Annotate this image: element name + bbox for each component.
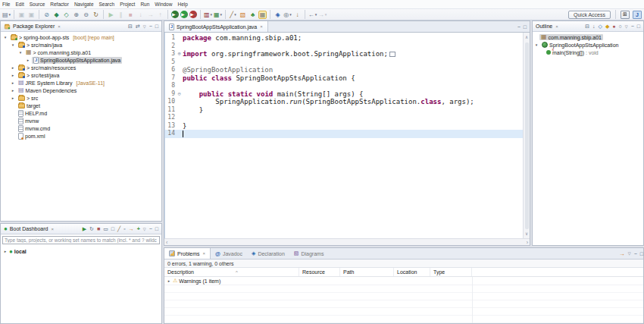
add-config-icon[interactable]: + [137,226,140,231]
mark-occurrences-icon[interactable]: ▦ [258,11,267,19]
maximize-icon[interactable]: □ [640,251,643,256]
maximize-icon[interactable]: □ [155,226,158,231]
menu-project[interactable]: Project [120,2,135,7]
maximize-icon[interactable]: □ [155,24,158,29]
tree-item-mvnw-cmd[interactable]: mvnw.cmd [1,124,161,132]
tree-item-src-main-resources[interactable]: ▸ > src/main/resources [1,64,161,71]
save-all-icon[interactable]: ▣ [27,11,36,19]
debug-icon[interactable]: ▶ [171,11,179,18]
editor-vertical-scrollbar[interactable]: ∧ ∨ [523,33,530,238]
back-icon[interactable]: ← [308,11,317,19]
tree-item-java-file[interactable]: ▸ J SpringBootAppStsApplication.java [1,56,161,64]
menu-file[interactable]: File [2,2,10,7]
last-edit-location-icon[interactable]: ↓ [293,11,302,19]
profile-icon[interactable]: ▶ [189,11,197,18]
tab-diagrams[interactable]: ▧ Diagrams [289,248,329,259]
skip-all-breakpoints-icon[interactable]: ⊘ [42,11,51,19]
chevron-right-icon[interactable]: ▸ [11,96,15,100]
collapse-all-icon[interactable]: ⊟ [128,24,133,30]
chevron-right-icon[interactable]: ▸ [26,58,30,62]
hide-non-public-icon[interactable]: ● [612,24,615,29]
editor-horizontal-scrollbar[interactable]: ‹ › [164,238,530,245]
editor-tab[interactable]: J SpringBootAppStsApplication.java × [164,21,268,32]
chevron-down-icon[interactable]: ▾ [534,42,539,47]
boot-dashboard-filter-input[interactable] [2,236,160,244]
resume-icon[interactable]: ▶ [107,11,115,19]
tab-problems[interactable]: Problems × [164,248,211,259]
sort-icon[interactable]: ↓ [592,24,596,29]
open-resource-icon[interactable]: ▧ [239,11,247,19]
fold-collapsed-icon[interactable]: ⊕ [176,50,183,58]
stop-icon[interactable]: ■ [97,226,100,231]
chevron-right-icon[interactable]: ▸ [11,88,15,93]
tree-item-mvnw[interactable]: mvnw [1,117,161,124]
restart-icon[interactable]: ↻ [89,226,94,232]
quick-access-button[interactable]: Quick Access [568,11,611,19]
start-icon[interactable]: ▶ [83,226,86,232]
column-resource[interactable]: Resource [299,268,340,276]
warnings-group-row[interactable]: ▸ ⚠ Warnings (1 item) [164,277,643,285]
column-location[interactable]: Location [394,268,430,276]
tree-item-local[interactable]: ▸ ● local [1,247,161,255]
new-wizard-icon[interactable]: ▤ [2,11,11,19]
save-icon[interactable]: ▣ [17,11,26,19]
remove-item-icon[interactable]: ⊖ [82,11,90,19]
close-icon[interactable]: × [203,251,206,256]
step-into-icon[interactable]: ↓ [136,11,145,19]
menu-source[interactable]: Source [30,2,45,7]
chevron-right-icon[interactable]: ▸ [11,73,15,77]
menu-search[interactable]: Search [99,2,115,7]
close-icon[interactable]: × [58,24,61,29]
column-path[interactable]: Path [340,268,394,276]
open-type-icon[interactable]: ◈ [274,11,282,19]
chevron-down-icon[interactable]: ▾ [18,50,23,55]
fold-expanded-icon[interactable]: ⊖ [176,90,183,99]
view-menu-icon[interactable]: ▽ [625,24,628,29]
console-icon[interactable]: ▭ [103,226,108,232]
scroll-right-icon[interactable]: › [527,240,528,245]
tree-item-src-test-java[interactable]: ▸ > src/test/java [1,71,161,79]
outline-item-main-method[interactable]: s main(String[]) : void [533,49,643,56]
step-return-icon[interactable]: ↑ [156,11,164,19]
close-icon[interactable]: × [260,24,263,29]
java-perspective-icon[interactable]: J [633,11,642,19]
outline-item-package[interactable]: ▦ com.manning.sbip.a01 [533,33,643,41]
minimize-icon[interactable]: − [631,24,634,29]
minimize-icon[interactable]: − [149,24,152,29]
search-icon[interactable]: ◎ [283,11,292,19]
tree-item-src-main-java[interactable]: ▾ > src/main/java [1,41,161,49]
close-icon[interactable]: × [555,24,558,29]
code-editor[interactable]: 1 package com.manning.sbip.a01; 2 3⊕ imp… [164,33,530,238]
run-icon[interactable]: ▶ [180,11,188,18]
tree-item-jre-library[interactable]: ▸ ▤ JRE System Library [JavaSE-11] [1,79,161,87]
menu-edit[interactable]: Edit [15,2,23,7]
chevron-right-icon[interactable]: ▸ [3,249,8,253]
edit-config-icon[interactable]: ╱ [117,226,120,232]
tree-item-package[interactable]: ▾ ▦ > com.manning.sbip.a01 [1,49,161,56]
scroll-up-icon[interactable]: ∧ [525,33,528,42]
column-type[interactable]: Type [430,268,472,276]
chevron-right-icon[interactable]: ▸ [11,65,15,70]
tree-item-help-md[interactable]: HELP.md [1,109,161,117]
boot-dashboard-view-icon[interactable]: ◆ [52,11,61,19]
external-tools-icon[interactable]: ▦ [214,11,222,19]
scroll-down-icon[interactable]: ∨ [525,230,528,238]
link-with-editor-icon[interactable]: → [619,250,625,257]
view-menu-icon[interactable]: ▽ [143,227,146,231]
open-browser-icon[interactable]: → [129,226,134,231]
tree-item-src[interactable]: ▸ > src [1,94,161,102]
minimize-icon[interactable]: − [517,24,521,30]
edit-config-icon[interactable]: ╱ [229,11,237,19]
folded-code-box[interactable] [389,52,395,57]
view-menu-icon[interactable]: ▽ [628,251,631,256]
chevron-down-icon[interactable]: ▾ [11,42,15,47]
minimize-icon[interactable]: − [149,226,152,231]
menu-navigate[interactable]: Navigate [74,2,94,7]
scroll-left-icon[interactable]: ‹ [166,240,167,245]
tree-item-maven-dependencies[interactable]: ▸ ▤ Maven Dependencies [1,87,161,94]
forward-icon[interactable]: → [318,11,327,19]
menu-window[interactable]: Window [155,2,172,7]
open-perspective-icon[interactable]: ⊞ [621,11,630,19]
menu-run[interactable]: Run [140,2,149,7]
close-icon[interactable]: × [51,227,54,231]
